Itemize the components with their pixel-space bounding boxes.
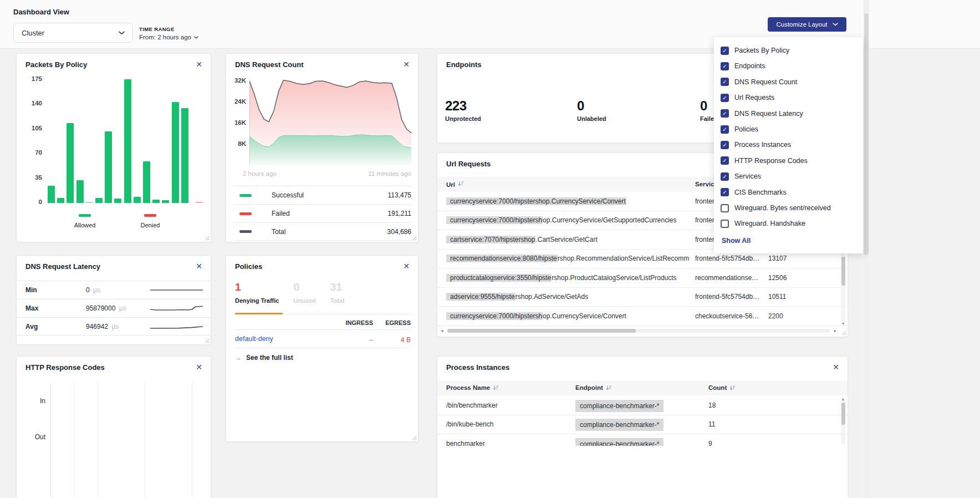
menu-item-process-instances[interactable]: ✓Process Instances xyxy=(721,137,791,153)
url-highlight: currencyservice:7000/hipstersh xyxy=(446,216,543,224)
legend-row-failed: Failed191,211 xyxy=(234,204,412,222)
menu-item-label: Policies xyxy=(734,125,758,133)
menu-item-services[interactable]: ✓Services xyxy=(721,169,761,184)
close-icon[interactable]: ✕ xyxy=(195,59,203,70)
policy-tab-denying-traffic[interactable]: 1Denying Traffic xyxy=(235,281,279,304)
scroll-right-icon[interactable]: ▸ xyxy=(834,328,836,333)
tab-value: 1 xyxy=(235,281,279,293)
process-name-column-header[interactable]: Process Name xyxy=(446,384,499,391)
card-process-instances: Process Instances ✕ Process NameEndpoint… xyxy=(437,356,848,498)
customize-layout-button[interactable]: Customize Layout xyxy=(768,17,846,32)
horizontal-scrollbar[interactable]: ◂ ▸ xyxy=(441,328,836,333)
y-tick-label: 70 xyxy=(22,149,42,157)
url-column-header[interactable]: Url xyxy=(446,181,464,188)
menu-item-label: Process Instances xyxy=(734,141,791,149)
x-axis-label-start: 2 hours ago xyxy=(243,170,277,177)
table-row[interactable]: benchmarkercompliance-benchmarker-*9 xyxy=(437,434,848,446)
checkbox-checked-icon[interactable]: ✓ xyxy=(721,141,729,149)
policy-tab-total[interactable]: 31Total xyxy=(330,281,344,304)
menu-item-policies[interactable]: ✓Policies xyxy=(721,121,758,137)
checkbox-checked-icon[interactable]: ✓ xyxy=(721,62,729,70)
resize-handle[interactable] xyxy=(204,338,209,343)
menu-item-url-requests[interactable]: ✓Url Requests xyxy=(721,90,774,105)
menu-item-dns-request-latency[interactable]: ✓DNS Request Latency xyxy=(721,106,803,121)
scroll-left-icon[interactable]: ◂ xyxy=(441,328,443,333)
close-icon[interactable]: ✕ xyxy=(195,362,203,373)
checkbox-checked-icon[interactable]: ✓ xyxy=(721,125,729,134)
menu-item-label: Wireguard. Handshake xyxy=(734,220,805,227)
see-full-list-link[interactable]: → See the full list xyxy=(235,354,293,362)
menu-item-wireguard-bytes-sent-received[interactable]: Wireguard. Bytes sent/received xyxy=(721,200,831,216)
policy-link[interactable]: default-deny xyxy=(235,335,273,343)
menu-item-dns-request-count[interactable]: ✓DNS Request Count xyxy=(721,74,797,90)
menu-item-label: Services xyxy=(734,172,761,180)
table-row[interactable]: /bin/benchmarkercompliance-benchmarker-*… xyxy=(437,396,848,415)
table-row[interactable]: /bin/kube-benchcompliance-benchmarker-*1… xyxy=(437,415,848,435)
bar-allowed xyxy=(172,102,179,203)
menu-item-endpoints[interactable]: ✓Endpoints xyxy=(721,58,765,74)
time-range-value[interactable]: From: 2 hours ago xyxy=(139,34,198,40)
count-cell: 9 xyxy=(708,440,712,446)
scroll-down-icon[interactable]: ▾ xyxy=(841,322,845,326)
checkbox-checked-icon[interactable]: ✓ xyxy=(721,188,729,196)
resize-handle[interactable] xyxy=(411,435,416,440)
checkbox-checked-icon[interactable]: ✓ xyxy=(721,156,729,165)
bar-allowed xyxy=(67,123,74,203)
close-icon[interactable]: ✕ xyxy=(195,261,203,272)
chart-legend: Successful113,475Failed191,211Total304,6… xyxy=(234,186,412,241)
checkbox-checked-icon[interactable]: ✓ xyxy=(721,94,729,102)
close-icon[interactable]: ✕ xyxy=(831,362,840,373)
menu-item-label: Endpoints xyxy=(734,62,765,70)
scroll-up-icon[interactable]: ▴ xyxy=(841,397,845,402)
policy-tab-unused[interactable]: 0Unused xyxy=(293,281,315,304)
latency-value: 95879000 µs xyxy=(86,304,126,312)
latency-unit: µs xyxy=(91,286,100,294)
service-cell: checkoutservice-56… xyxy=(695,312,766,320)
page-scrollbar-thumb[interactable] xyxy=(864,13,869,255)
menu-item-packets-by-policy[interactable]: ✓Packets By Policy xyxy=(721,43,789,58)
checkbox-unchecked-icon[interactable] xyxy=(721,204,729,212)
scrollbar-thumb[interactable] xyxy=(841,257,845,286)
view-selector[interactable]: Cluster xyxy=(13,23,133,43)
divider xyxy=(235,329,410,330)
sparkline xyxy=(150,323,203,333)
latency-label: Max xyxy=(25,304,38,312)
count-column-header[interactable]: Count xyxy=(708,384,736,391)
url-highlight: recommendationservice:8080/hipste xyxy=(446,255,558,262)
card-title: Process Instances xyxy=(446,363,509,372)
legend-swatch xyxy=(239,230,252,233)
show-all-link[interactable]: Show All xyxy=(722,237,751,245)
menu-item-http-response-codes[interactable]: ✓HTTP Response Codes xyxy=(721,153,808,169)
resize-handle[interactable] xyxy=(204,235,209,240)
heatmap-grid xyxy=(50,382,206,498)
checkbox-checked-icon[interactable]: ✓ xyxy=(721,47,729,55)
latency-value: 946942 µs xyxy=(86,323,119,331)
menu-item-cis-benchmarks[interactable]: ✓CIS Benchmarks xyxy=(721,185,787,200)
endpoint-column-header[interactable]: Endpoint xyxy=(575,384,612,391)
y-tick-label: 105 xyxy=(22,125,42,133)
checkbox-checked-icon[interactable]: ✓ xyxy=(721,78,729,86)
table-row[interactable]: adservice:9555/hipstershop.AdService/Get… xyxy=(437,288,848,307)
legend-row-successful: Successful113,475 xyxy=(234,186,412,204)
table-row[interactable]: productcatalogservice:3550/hipstershop.P… xyxy=(437,268,848,288)
url-cell: currencyservice:7000/hipstershop.Currenc… xyxy=(446,216,677,224)
resize-handle[interactable] xyxy=(841,330,846,335)
count-cell: 13107 xyxy=(768,255,787,262)
table-row[interactable]: currencyservice:7000/hipstershop.Currenc… xyxy=(437,307,848,326)
scrollbar-thumb[interactable] xyxy=(447,329,636,333)
close-icon[interactable]: ✕ xyxy=(402,261,411,272)
menu-item-wireguard-handshake[interactable]: Wireguard. Handshake xyxy=(721,216,805,231)
close-icon[interactable]: ✕ xyxy=(402,59,411,70)
card-policies: Policies ✕ 1Denying Traffic0Unused31Tota… xyxy=(226,255,418,442)
scrollbar-thumb[interactable] xyxy=(841,403,845,425)
row-label-in: In xyxy=(23,397,45,405)
page-title: Dashboard View xyxy=(13,8,69,16)
checkbox-checked-icon[interactable]: ✓ xyxy=(721,172,729,181)
card-title: HTTP Response Codes xyxy=(25,363,105,372)
checkbox-unchecked-icon[interactable] xyxy=(721,220,729,228)
url-rest: op.CurrencyService/Convert xyxy=(543,312,626,320)
bar-allowed xyxy=(114,199,121,203)
checkbox-checked-icon[interactable]: ✓ xyxy=(721,109,729,118)
vertical-scrollbar[interactable]: ▴ xyxy=(841,397,845,445)
endpoint-cell: compliance-benchmarker-* xyxy=(575,419,663,429)
